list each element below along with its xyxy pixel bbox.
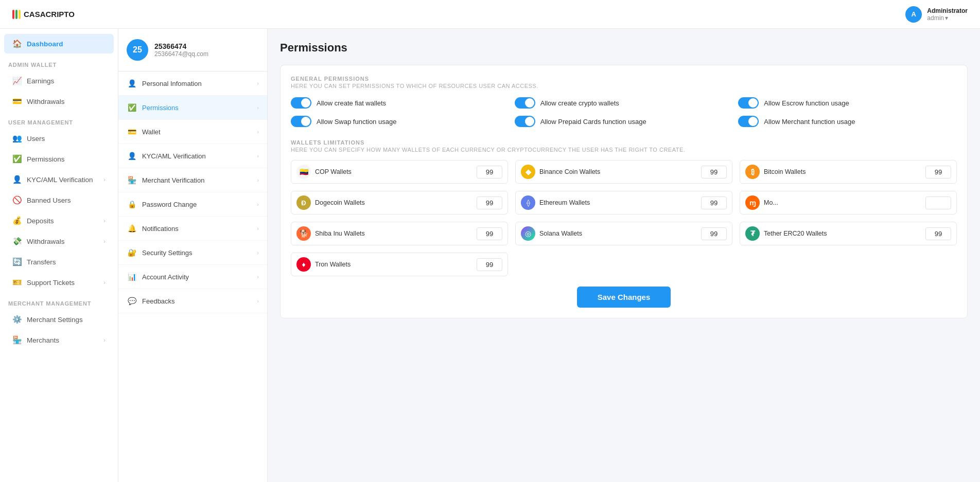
chevron-right-icon: › [103, 218, 106, 224]
users-icon: 👥 [12, 134, 22, 143]
dashboard-icon: 🏠 [12, 39, 22, 48]
avatar: A [905, 6, 922, 23]
sidebar-item-dashboard[interactable]: 🏠 Dashboard [4, 34, 114, 53]
toggle-item-escrow: Allow Escrow function usage [738, 97, 957, 109]
middle-menu-personal-info[interactable]: 👤 Personal Infomation › [118, 72, 267, 96]
toggle-label-swap: Allow Swap function usage [317, 118, 396, 126]
logo-icon [12, 10, 21, 19]
binance-wallet-input[interactable] [701, 166, 727, 178]
middle-menu-password-change[interactable]: 🔒 Password Change › [118, 192, 267, 217]
tron-icon: ♦ [296, 257, 311, 272]
bitcoin-wallet-input[interactable] [925, 166, 951, 178]
page-title: Permissions [280, 41, 968, 55]
sidebar-item-support-tickets[interactable]: 🎫 Support Tickets › [4, 273, 114, 292]
monero-wallet-input[interactable] [925, 197, 951, 209]
tron-wallet-input[interactable] [477, 258, 502, 271]
middle-menu-label: Wallet [142, 128, 161, 136]
dogecoin-icon: Ð [296, 195, 311, 210]
middle-menu-label: Notifications [142, 225, 179, 233]
sidebar-item-withdrawals[interactable]: 💸 Withdrawals › [4, 231, 114, 251]
cop-wallet-input[interactable] [477, 166, 502, 178]
sidebar-item-label: Dashboard [27, 40, 63, 48]
toggle-escrow[interactable] [738, 97, 759, 109]
sidebar-item-permissions[interactable]: ✅ Permissions [4, 149, 114, 169]
password-icon: 🔒 [127, 199, 137, 209]
middle-menu-notifications[interactable]: 🔔 Notifications › [118, 217, 267, 241]
tether-icon: ₮ [745, 226, 760, 241]
chevron-right-icon: › [103, 238, 106, 244]
user-profile-header: 25 25366474 25366474@qq.com [118, 29, 267, 72]
sidebar-item-label: Withdrawals [27, 98, 65, 105]
bitcoin-icon: ₿ [745, 165, 760, 179]
security-icon: 🔐 [127, 247, 137, 258]
middle-menu-label: KYC/AML Verification [142, 152, 206, 160]
chevron-right-icon: › [257, 274, 259, 280]
sidebar-item-banned-users[interactable]: 🚫 Banned Users [4, 190, 114, 210]
sidebar-item-label: Users [27, 135, 45, 142]
sidebar-item-kyc-aml[interactable]: 👤 KYC/AML Verification › [4, 170, 114, 189]
main-content: 25 25366474 25366474@qq.com 👤 Personal I… [118, 29, 980, 482]
user-info: Administrator admin ▾ [927, 7, 968, 22]
profile-email: 25366474@qq.com [154, 50, 208, 58]
toggle-label-merchant: Allow Merchant function usage [764, 118, 855, 126]
sidebar-item-merchant-settings[interactable]: ⚙️ Merchant Settings [4, 310, 114, 329]
merchant-verif-icon: 🏪 [127, 175, 137, 185]
cop-wallet-name: COP Wallets [315, 168, 472, 175]
sidebar-item-label: Deposits [27, 217, 54, 225]
wallet-limitations-desc: HERE YOU CAN SPECIFY HOW MANY WALLETS OF… [291, 147, 957, 153]
middle-menu-label: Merchant Verification [142, 176, 204, 184]
monero-icon: ɱ [745, 195, 760, 210]
toggle-item-crypto-wallets: Allow create crypto wallets [515, 97, 733, 109]
middle-menu-feedbacks[interactable]: 💬 Feedbacks › [118, 289, 267, 313]
deposits-icon: 💰 [12, 216, 22, 225]
sidebar-item-merchants[interactable]: 🏪 Merchants › [4, 330, 114, 350]
chevron-right-icon: › [257, 104, 259, 111]
toggle-fiat-wallets[interactable] [291, 97, 311, 109]
middle-menu-label: Account Activity [142, 273, 189, 281]
cop-icon: 🇨🇴 [296, 165, 311, 179]
middle-menu-kyc-aml[interactable]: 👤 KYC/AML Verification › [118, 144, 267, 168]
user-role: Administrator [927, 7, 968, 14]
merchants-icon: 🏪 [12, 335, 22, 345]
middle-menu-permissions[interactable]: ✅ Permissions › [118, 96, 267, 120]
toggle-item-fiat-wallets: Allow create fiat wallets [291, 97, 510, 109]
wallet-item-tron: ♦ Tron Wallets [291, 253, 508, 276]
sidebar-item-label: Withdrawals [27, 238, 65, 245]
solana-wallet-name: Solana Wallets [539, 230, 697, 237]
sidebar-item-users[interactable]: 👥 Users [4, 129, 114, 148]
sidebar-item-earnings[interactable]: 📈 Earnings [4, 71, 114, 91]
sidebar-item-deposits[interactable]: 💰 Deposits › [4, 211, 114, 230]
shiba-wallet-input[interactable] [477, 227, 502, 240]
personal-info-icon: 👤 [127, 78, 137, 88]
chevron-right-icon: › [257, 129, 259, 135]
toggle-prepaid-cards[interactable] [515, 116, 535, 127]
kyc-menu-icon: 👤 [127, 151, 137, 161]
wallet-item-monero: ɱ Mo... [740, 191, 957, 215]
toggle-crypto-wallets[interactable] [515, 97, 535, 109]
ethereum-wallet-input[interactable] [701, 197, 727, 209]
wallet-item-tether: ₮ Tether ERC20 Wallets [740, 222, 957, 245]
user-name: admin ▾ [927, 14, 968, 22]
toggle-item-prepaid-cards: Allow Prepaid Cards function usage [515, 116, 733, 127]
banned-icon: 🚫 [12, 195, 22, 205]
toggle-swap[interactable] [291, 116, 311, 127]
ethereum-wallet-name: Ethereum Wallets [539, 199, 697, 206]
ethereum-icon: ⟠ [521, 195, 535, 210]
tether-wallet-input[interactable] [925, 227, 951, 240]
solana-wallet-input[interactable] [701, 227, 727, 240]
sidebar-item-transfers[interactable]: 🔄 Transfers [4, 252, 114, 272]
middle-menu-security-settings[interactable]: 🔐 Security Settings › [118, 241, 267, 265]
chevron-right-icon: › [257, 249, 259, 256]
logo-bar-green [15, 10, 18, 19]
tron-wallet-name: Tron Wallets [315, 261, 472, 268]
sidebar-item-withdrawals-admin[interactable]: 💳 Withdrawals [4, 92, 114, 111]
wallet-item-solana: ◎ Solana Wallets [515, 222, 732, 245]
middle-menu-wallet[interactable]: 💳 Wallet › [118, 120, 267, 144]
toggle-merchant[interactable] [738, 116, 759, 127]
save-changes-button[interactable]: Save Changes [577, 287, 671, 308]
middle-menu-account-activity[interactable]: 📊 Account Activity › [118, 265, 267, 289]
general-permissions-label: GENERAL PERMISSIONS [291, 76, 957, 82]
middle-menu-merchant-verification[interactable]: 🏪 Merchant Verification › [118, 168, 267, 192]
dogecoin-wallet-input[interactable] [477, 197, 502, 209]
chevron-right-icon: › [257, 153, 259, 159]
